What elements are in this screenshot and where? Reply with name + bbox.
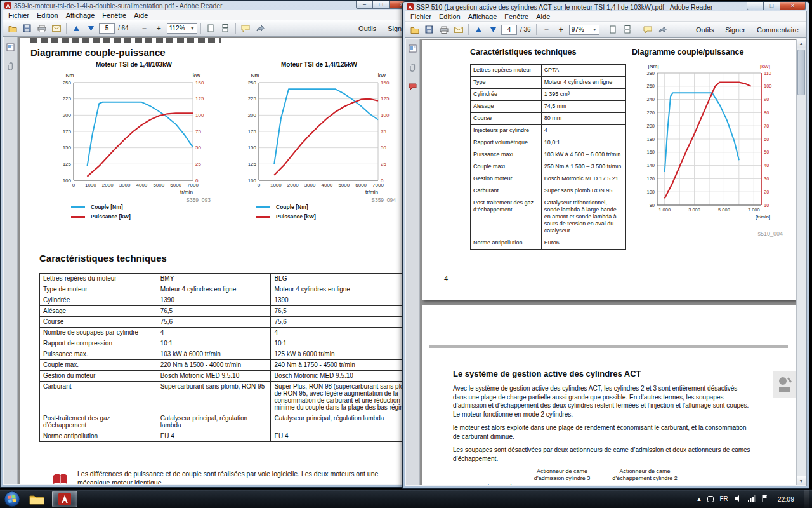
tools-button[interactable]: Outils xyxy=(691,26,719,34)
comment-icon[interactable] xyxy=(239,22,252,35)
show-desktop-button[interactable] xyxy=(804,490,809,508)
pdf-page-4: Caractéristiques techniques Diagramme co… xyxy=(422,40,796,300)
menu-fichier[interactable]: Fichier xyxy=(4,11,33,19)
scroll-up-icon[interactable]: ▲ xyxy=(797,39,806,48)
open-icon[interactable] xyxy=(408,23,421,36)
legend-item: Couple [Nm] xyxy=(71,204,213,210)
tray-app-icon[interactable] xyxy=(707,493,714,505)
page-number-input[interactable]: 5 xyxy=(99,23,115,34)
comment-panel-button[interactable]: Commentaire xyxy=(752,26,804,34)
email-icon[interactable] xyxy=(452,23,465,36)
menu-affichage[interactable]: Affichage xyxy=(62,11,99,19)
comment-icon[interactable] xyxy=(641,23,655,36)
page-thumbnails-icon[interactable] xyxy=(6,43,15,54)
scrollbar-thumb[interactable] xyxy=(797,50,805,95)
chart-legend: Couple [Nm]Puissance [kW] xyxy=(256,204,398,220)
attachments-icon[interactable] xyxy=(409,63,417,74)
sign-button[interactable]: Signer xyxy=(720,26,750,34)
zoom-in-icon[interactable]: + xyxy=(554,23,568,36)
tray-expander-icon[interactable]: ▲ xyxy=(696,496,702,502)
explorer-taskbar-icon[interactable] xyxy=(24,491,49,507)
paragraph: Les soupapes sont désactivées par deux a… xyxy=(453,446,751,463)
previous-page-icon[interactable] xyxy=(70,22,83,35)
figure-code: S359_093 xyxy=(186,197,211,203)
svg-text:180: 180 xyxy=(646,137,655,142)
titlebar[interactable]: 359-le-moteur-tsi-de-1-4l-a-double-sural… xyxy=(3,1,416,10)
legend-swatch xyxy=(256,216,270,218)
zoom-out-icon[interactable]: − xyxy=(540,23,553,36)
menu-aide[interactable]: Aide xyxy=(130,11,152,19)
share-icon[interactable] xyxy=(254,22,267,35)
menu-fichier[interactable]: Fichier xyxy=(407,13,435,20)
chart-103kw: Moteur TSI de 1,4l/103kW 100125150175200… xyxy=(55,61,213,220)
navigation-pane xyxy=(406,39,420,485)
print-icon[interactable] xyxy=(35,22,48,35)
zoom-level-select[interactable]: 97%▼ xyxy=(569,25,599,35)
print-icon[interactable] xyxy=(437,23,450,36)
legend-swatch xyxy=(71,206,85,208)
svg-text:125: 125 xyxy=(381,96,390,102)
minimize-button[interactable]: – xyxy=(356,1,373,9)
email-icon[interactable] xyxy=(49,22,63,35)
maximize-button[interactable]: □ xyxy=(764,2,780,10)
volume-icon[interactable] xyxy=(734,493,742,505)
open-icon[interactable] xyxy=(6,22,19,35)
single-page-view-icon[interactable] xyxy=(204,22,218,35)
left-reader-window[interactable]: 359-le-moteur-tsi-de-1-4l-a-double-sural… xyxy=(0,0,419,488)
note-icon xyxy=(52,470,69,484)
page-total: / 36 xyxy=(518,26,533,33)
specs-title: Caractéristiques techniques xyxy=(470,48,576,57)
svg-text:80: 80 xyxy=(764,110,769,116)
continuous-view-icon[interactable] xyxy=(219,22,232,35)
svg-text:[tr/min]: [tr/min] xyxy=(756,214,770,220)
clock[interactable]: 22:09 xyxy=(774,495,798,503)
zoom-out-icon[interactable]: − xyxy=(138,22,151,35)
section-divider xyxy=(429,345,788,348)
menu-fenêtre[interactable]: Fenêtre xyxy=(501,13,532,20)
menu-aide[interactable]: Aide xyxy=(532,13,554,20)
start-button[interactable] xyxy=(3,490,22,508)
tools-button[interactable]: Outils xyxy=(353,25,381,32)
save-icon[interactable] xyxy=(422,23,436,36)
svg-text:50: 50 xyxy=(195,145,201,150)
minimize-button[interactable]: – xyxy=(747,2,764,10)
share-icon[interactable] xyxy=(656,23,669,36)
next-page-icon[interactable] xyxy=(487,23,500,36)
specs-table: Lettres-repères moteurCPTATypeMoteur 4 c… xyxy=(470,64,626,250)
right-reader-window[interactable]: SSP 510 (La gestion active des cylindres… xyxy=(402,1,809,489)
network-icon[interactable] xyxy=(747,493,756,505)
continuous-view-icon[interactable] xyxy=(621,23,634,36)
menu-edition[interactable]: Edition xyxy=(33,11,62,19)
comments-pane-icon[interactable] xyxy=(409,82,417,93)
svg-text:kW: kW xyxy=(193,72,200,79)
menu-affichage[interactable]: Affichage xyxy=(464,13,501,20)
zoom-in-icon[interactable]: + xyxy=(152,22,166,35)
toolbar: 4 / 36 − + 97%▼ Outils Signer Commentair… xyxy=(405,22,806,38)
page-thumbnails-icon[interactable] xyxy=(409,44,417,55)
svg-text:75: 75 xyxy=(381,129,386,135)
action-center-flag-icon[interactable] xyxy=(761,493,768,505)
legend-item: Couple [Nm] xyxy=(256,204,398,210)
svg-text:3 000: 3 000 xyxy=(688,207,700,213)
maximize-button[interactable]: □ xyxy=(373,1,390,9)
svg-text:10: 10 xyxy=(764,203,769,208)
titlebar[interactable]: SSP 510 (La gestion active des cylindres… xyxy=(405,2,807,11)
language-indicator[interactable]: FR xyxy=(719,495,728,502)
adobe-reader-taskbar-icon[interactable] xyxy=(52,491,77,507)
page-number-input[interactable]: 4 xyxy=(501,25,517,35)
save-icon[interactable] xyxy=(20,22,34,35)
close-button[interactable]: × xyxy=(780,2,806,10)
pdf-file-icon xyxy=(4,2,11,9)
table-row: Norme antipollutionEuro6 xyxy=(471,237,626,250)
zoom-level-select[interactable]: 112%▼ xyxy=(167,23,197,34)
svg-text:Nm: Nm xyxy=(65,72,74,79)
previous-page-icon[interactable] xyxy=(472,23,485,36)
vertical-scrollbar[interactable]: ▲ ▼ xyxy=(796,39,806,485)
menu-fenêtre[interactable]: Fenêtre xyxy=(98,11,130,19)
cropped-heading-fragment xyxy=(30,38,221,43)
attachments-icon[interactable] xyxy=(7,62,15,73)
single-page-view-icon[interactable] xyxy=(606,23,620,36)
scroll-down-icon[interactable]: ▼ xyxy=(797,476,806,485)
next-page-icon[interactable] xyxy=(84,22,98,35)
menu-edition[interactable]: Edition xyxy=(435,13,464,20)
